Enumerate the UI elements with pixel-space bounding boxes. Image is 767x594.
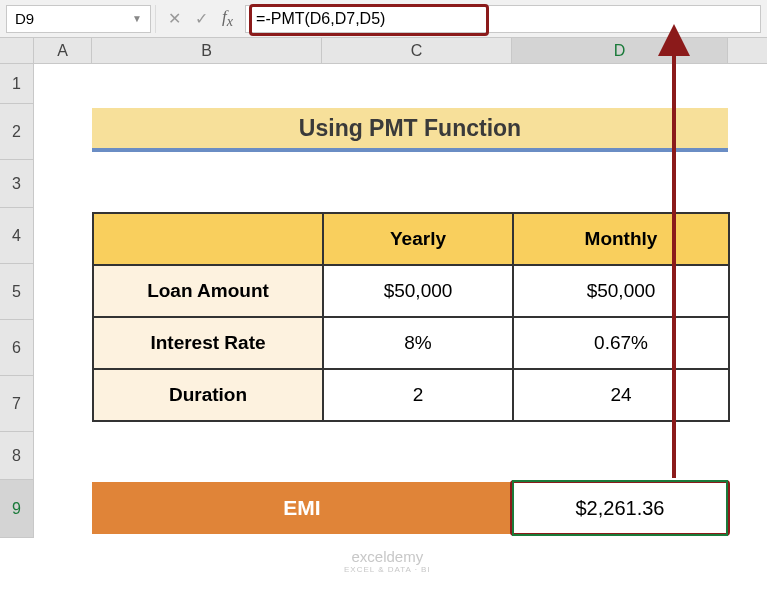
page-title: Using PMT Function <box>92 108 728 152</box>
formula-buttons: ✕ ✓ fx <box>156 7 245 30</box>
row-header-1[interactable]: 1 <box>0 64 33 104</box>
label-duration: Duration <box>93 369 323 421</box>
col-header-c[interactable]: C <box>322 38 512 63</box>
cell-d9[interactable]: $2,261.36 <box>512 482 728 534</box>
row-header-5[interactable]: 5 <box>0 264 33 320</box>
header-empty <box>93 213 323 265</box>
name-box-value: D9 <box>15 10 34 27</box>
formula-bar: D9 ▼ ✕ ✓ fx =-PMT(D6,D7,D5) <box>0 0 767 38</box>
row-headers: 1 2 3 4 5 6 7 8 9 <box>0 64 34 538</box>
header-yearly: Yearly <box>323 213 513 265</box>
grid-area: 1 2 3 4 5 6 7 8 9 Using PMT Function Yea… <box>0 64 767 538</box>
col-header-a[interactable]: A <box>34 38 92 63</box>
table-row: Loan Amount $50,000 $50,000 <box>93 265 729 317</box>
label-interest-rate: Interest Rate <box>93 317 323 369</box>
watermark-sub: EXCEL & DATA · BI <box>344 566 431 575</box>
cells-area[interactable]: Using PMT Function Yearly Monthly Loan A… <box>34 64 767 538</box>
formula-input[interactable]: =-PMT(D6,D7,D5) <box>245 5 761 33</box>
row-header-7[interactable]: 7 <box>0 376 33 432</box>
row-header-8[interactable]: 8 <box>0 432 33 480</box>
cell-d5[interactable]: $50,000 <box>513 265 729 317</box>
column-headers: A B C D <box>0 38 767 64</box>
enter-icon[interactable]: ✓ <box>195 9 208 28</box>
select-all-corner[interactable] <box>0 38 34 64</box>
row-header-3[interactable]: 3 <box>0 160 33 208</box>
col-header-b[interactable]: B <box>92 38 322 63</box>
row-header-6[interactable]: 6 <box>0 320 33 376</box>
cell-c7[interactable]: 2 <box>323 369 513 421</box>
fx-icon[interactable]: fx <box>222 7 233 30</box>
cell-c5[interactable]: $50,000 <box>323 265 513 317</box>
chevron-down-icon[interactable]: ▼ <box>132 13 142 24</box>
cell-c6[interactable]: 8% <box>323 317 513 369</box>
cell-d7[interactable]: 24 <box>513 369 729 421</box>
watermark: exceldemy EXCEL & DATA · BI <box>344 549 431 574</box>
cell-d6[interactable]: 0.67% <box>513 317 729 369</box>
col-header-d[interactable]: D <box>512 38 728 63</box>
header-monthly: Monthly <box>513 213 729 265</box>
row-header-2[interactable]: 2 <box>0 104 33 160</box>
table-row: Interest Rate 8% 0.67% <box>93 317 729 369</box>
label-loan-amount: Loan Amount <box>93 265 323 317</box>
name-box[interactable]: D9 ▼ <box>6 5 151 33</box>
watermark-main: exceldemy <box>344 549 431 566</box>
formula-text: =-PMT(D6,D7,D5) <box>256 10 385 28</box>
loan-table: Yearly Monthly Loan Amount $50,000 $50,0… <box>92 212 730 422</box>
table-row: Duration 2 24 <box>93 369 729 421</box>
cancel-icon[interactable]: ✕ <box>168 9 181 28</box>
row-header-4[interactable]: 4 <box>0 208 33 264</box>
emi-label: EMI <box>92 482 512 534</box>
emi-row: EMI $2,261.36 <box>92 482 728 534</box>
emi-value: $2,261.36 <box>576 497 665 520</box>
row-header-9[interactable]: 9 <box>0 480 33 538</box>
